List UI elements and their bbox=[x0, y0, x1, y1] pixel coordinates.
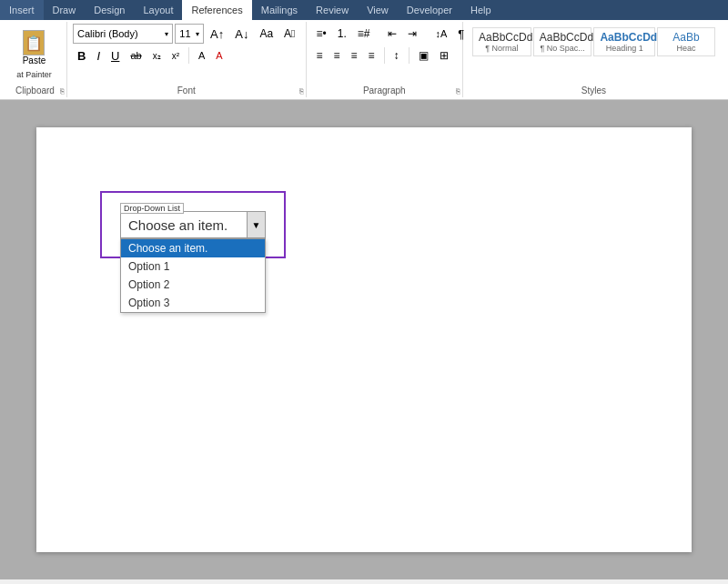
style-normal[interactable]: AaBbCcDd ¶ Normal bbox=[472, 27, 531, 56]
clipboard-section: 📋 Paste at Painter Clipboard ⎘ bbox=[4, 22, 67, 97]
font-section: Calibri (Body) ▾ 11 ▾ A↑ A↓ Aa A⃝ B I U … bbox=[67, 22, 307, 97]
chevron-down-icon: ▼ bbox=[252, 220, 261, 230]
tab-mailings[interactable]: Mailings bbox=[252, 0, 307, 20]
paste-button[interactable]: 📋 Paste bbox=[16, 27, 53, 68]
subscript-button[interactable]: x₂ bbox=[148, 45, 166, 65]
bold-button[interactable]: B bbox=[73, 45, 90, 65]
style-heading1[interactable]: AaBbCcDd Heading 1 bbox=[593, 27, 655, 56]
decrease-indent-button[interactable]: ⇤ bbox=[383, 24, 401, 44]
underline-button[interactable]: U bbox=[106, 45, 124, 65]
sort-button[interactable]: ↕A bbox=[430, 24, 451, 44]
tab-design[interactable]: Design bbox=[85, 0, 134, 20]
format-painter-label: at Painter bbox=[16, 70, 52, 79]
dropdown-item-1[interactable]: Option 1 bbox=[121, 257, 265, 276]
tab-view[interactable]: View bbox=[358, 0, 398, 20]
ribbon-bar: 📋 Paste at Painter Clipboard ⎘ Calibri (… bbox=[0, 20, 728, 100]
font-size-combo[interactable]: 11 ▾ bbox=[175, 24, 204, 44]
dropdown-item-0[interactable]: Choose an item. bbox=[121, 239, 265, 257]
para-divider4 bbox=[409, 47, 410, 64]
numbering-button[interactable]: 1. bbox=[333, 24, 351, 44]
style-heading2[interactable]: AaBb Heac bbox=[657, 27, 715, 56]
font-shrink-button[interactable]: A↓ bbox=[230, 24, 253, 44]
para-divider3 bbox=[384, 47, 385, 64]
clipboard-expand[interactable]: ⎘ bbox=[60, 87, 65, 96]
font-name-combo[interactable]: Calibri (Body) ▾ bbox=[73, 24, 173, 44]
paragraph-row2: ≡ ≡ ≡ ≡ ↕ ▣ ⊞ bbox=[312, 45, 457, 65]
paragraph-expand[interactable]: ⎘ bbox=[456, 87, 460, 96]
dropdown-list: Choose an item. Option 1 Option 2 Option… bbox=[120, 238, 266, 313]
tab-review[interactable]: Review bbox=[307, 0, 358, 20]
style-no-spacing[interactable]: AaBbCcDd ¶ No Spac... bbox=[533, 27, 592, 56]
paragraph-label: Paragraph bbox=[307, 86, 462, 96]
font-row1: Calibri (Body) ▾ 11 ▾ A↑ A↓ Aa A⃝ bbox=[73, 24, 300, 44]
ribbon-tabs-bar: Insert Draw Design Layout References Mai… bbox=[0, 0, 728, 20]
font-color-button[interactable]: A bbox=[211, 45, 227, 65]
shading-button[interactable]: ▣ bbox=[414, 45, 433, 65]
dropdown-item-2[interactable]: Option 2 bbox=[121, 276, 265, 294]
paragraph-row1: ≡• 1. ≡# ⇤ ⇥ ↕A ¶ bbox=[312, 24, 457, 44]
font-divider bbox=[188, 47, 189, 64]
tab-references[interactable]: References bbox=[182, 0, 251, 20]
tab-draw[interactable]: Draw bbox=[44, 0, 86, 20]
align-center-button[interactable]: ≡ bbox=[329, 45, 345, 65]
clipboard-label: Clipboard bbox=[4, 86, 66, 96]
line-spacing-button[interactable]: ↕ bbox=[389, 45, 404, 65]
tab-help[interactable]: Help bbox=[461, 0, 500, 20]
change-case-button[interactable]: Aa bbox=[255, 24, 278, 44]
dropdown-field[interactable]: Choose an item. ▼ bbox=[120, 211, 266, 238]
document-area: Drop-Down List Choose an item. ▼ Choose … bbox=[0, 100, 728, 579]
font-row2: B I U ab x₂ x² A A bbox=[73, 45, 300, 65]
tab-insert[interactable]: Insert bbox=[0, 0, 44, 20]
selection-box: Drop-Down List Choose an item. ▼ Choose … bbox=[100, 191, 286, 258]
text-highlight-button[interactable]: A bbox=[194, 45, 209, 65]
dropdown-item-3[interactable]: Option 3 bbox=[121, 294, 265, 312]
paragraph-section: ≡• 1. ≡# ⇤ ⇥ ↕A ¶ ≡ ≡ ≡ ≡ ↕ ▣ ⊞ bbox=[307, 22, 463, 97]
font-label: Font bbox=[67, 86, 306, 96]
tab-layout[interactable]: Layout bbox=[134, 0, 182, 20]
italic-button[interactable]: I bbox=[92, 45, 105, 65]
borders-button[interactable]: ⊞ bbox=[435, 45, 453, 65]
tab-developer[interactable]: Developer bbox=[398, 0, 461, 20]
increase-indent-button[interactable]: ⇥ bbox=[403, 24, 421, 44]
bullets-button[interactable]: ≡• bbox=[312, 24, 331, 44]
justify-button[interactable]: ≡ bbox=[364, 45, 379, 65]
styles-section: AaBbCcDd ¶ Normal AaBbCcDd ¶ No Spac... … bbox=[463, 22, 724, 97]
multilevel-button[interactable]: ≡# bbox=[353, 24, 375, 44]
dropdown-widget: Drop-Down List Choose an item. ▼ Choose … bbox=[120, 211, 266, 238]
strikethrough-button[interactable]: ab bbox=[126, 45, 146, 65]
clear-format-button[interactable]: A⃝ bbox=[279, 24, 299, 44]
font-expand[interactable]: ⎘ bbox=[299, 87, 304, 96]
align-right-button[interactable]: ≡ bbox=[347, 45, 362, 65]
align-left-button[interactable]: ≡ bbox=[312, 45, 328, 65]
styles-list: AaBbCcDd ¶ Normal AaBbCcDd ¶ No Spac... … bbox=[469, 24, 719, 71]
dropdown-arrow-button[interactable]: ▼ bbox=[247, 212, 265, 237]
styles-label: Styles bbox=[463, 86, 724, 96]
document-page: Drop-Down List Choose an item. ▼ Choose … bbox=[36, 127, 692, 552]
dropdown-selected-text: Choose an item. bbox=[121, 214, 247, 237]
superscript-button[interactable]: x² bbox=[167, 45, 184, 65]
font-grow-button[interactable]: A↑ bbox=[206, 24, 228, 44]
dropdown-label: Drop-Down List bbox=[120, 203, 184, 214]
